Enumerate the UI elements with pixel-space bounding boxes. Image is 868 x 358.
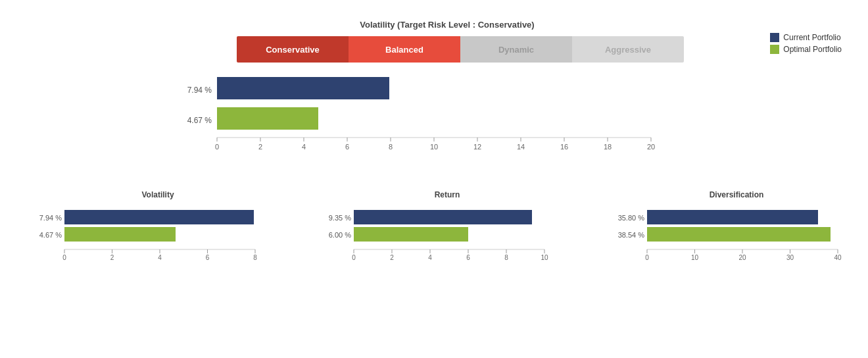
svg-text:30: 30: [786, 254, 794, 261]
svg-text:14: 14: [517, 143, 525, 151]
svg-text:4: 4: [158, 254, 162, 261]
svg-text:12: 12: [473, 143, 481, 151]
risk-segment-dynamic: Dynamic: [460, 36, 572, 63]
svg-text:0: 0: [645, 254, 649, 261]
ret-x-ticks: 0 2 4 6 8 10: [352, 249, 548, 261]
svg-text:8: 8: [253, 254, 257, 261]
risk-band: Conservative Balanced Dynamic Aggressive: [237, 36, 684, 63]
main-chart-title: Volatility (Target Risk Level : Conserva…: [13, 20, 868, 30]
return-svg: 9.35 % 6.00 % 0 2 4 6 8: [322, 203, 572, 269]
svg-text:2: 2: [390, 254, 394, 261]
svg-text:8: 8: [389, 143, 393, 151]
mini-chart-diversification-title: Diversification: [612, 190, 861, 199]
main-chart-area: Volatility (Target Risk Level : Conserva…: [13, 20, 868, 170]
ret-current-bar: [354, 210, 532, 224]
ret-optimal-bar: [354, 227, 468, 242]
svg-text:10: 10: [430, 143, 438, 151]
main-x-ticks: 0 2 4 6 8 10 12 14 16 18 20: [215, 138, 655, 151]
div-optimal-label: 38.54 %: [618, 231, 645, 239]
svg-text:20: 20: [738, 254, 746, 261]
svg-text:0: 0: [352, 254, 356, 261]
svg-text:2: 2: [258, 143, 262, 151]
bottom-charts: Volatility 7.94 % 4.67 % 0 2 4 6: [13, 190, 868, 271]
main-optimal-bar: [217, 107, 318, 130]
svg-text:4: 4: [302, 143, 306, 151]
vol-x-ticks: 0 2 4 6 8: [62, 249, 257, 261]
ret-optimal-label: 6.00 %: [329, 231, 351, 239]
svg-text:0: 0: [62, 254, 66, 261]
vol-optimal-label: 4.67 %: [39, 231, 62, 239]
svg-text:16: 16: [560, 143, 568, 151]
main-chart-svg: 7.94 % 4.67 % 0 2 4 6 8 10: [178, 65, 717, 170]
svg-text:6: 6: [466, 254, 470, 261]
risk-segment-aggressive: Aggressive: [572, 36, 684, 63]
div-svg: 35.80 % 38.54 % 0 10 20 30 40: [612, 203, 861, 269]
risk-segment-balanced: Balanced: [349, 36, 460, 63]
svg-text:4: 4: [428, 254, 432, 261]
div-x-ticks: 0 10 20 30 40: [645, 249, 842, 261]
main-optimal-label: 4.67 %: [187, 116, 212, 125]
mini-chart-return: Return 9.35 % 6.00 % 0 2 4 6: [322, 190, 572, 271]
div-optimal-bar: [647, 227, 831, 242]
mini-chart-volatility-title: Volatility: [33, 190, 283, 199]
ret-current-label: 9.35 %: [329, 214, 351, 222]
svg-text:0: 0: [215, 143, 219, 151]
mini-chart-volatility: Volatility 7.94 % 4.67 % 0 2 4 6: [33, 190, 283, 271]
svg-text:8: 8: [504, 254, 508, 261]
svg-text:40: 40: [834, 254, 842, 261]
vol-current-label: 7.94 %: [39, 214, 62, 222]
svg-text:10: 10: [691, 254, 699, 261]
mini-chart-diversification: Diversification 35.80 % 38.54 % 0 10 20: [612, 190, 861, 271]
svg-text:6: 6: [206, 254, 210, 261]
svg-text:10: 10: [541, 254, 548, 261]
volatility-svg: 7.94 % 4.67 % 0 2 4 6 8: [33, 203, 283, 269]
mini-chart-return-title: Return: [322, 190, 572, 199]
vol-current-bar: [64, 210, 254, 224]
svg-text:18: 18: [604, 143, 612, 151]
div-current-label: 35.80 %: [618, 214, 645, 222]
main-current-label: 7.94 %: [187, 86, 212, 95]
main-current-bar: [217, 77, 389, 99]
svg-text:2: 2: [110, 254, 114, 261]
risk-segment-conservative: Conservative: [237, 36, 349, 63]
svg-text:6: 6: [345, 143, 349, 151]
svg-text:20: 20: [647, 143, 655, 151]
div-current-bar: [647, 210, 818, 224]
vol-optimal-bar: [64, 227, 176, 242]
